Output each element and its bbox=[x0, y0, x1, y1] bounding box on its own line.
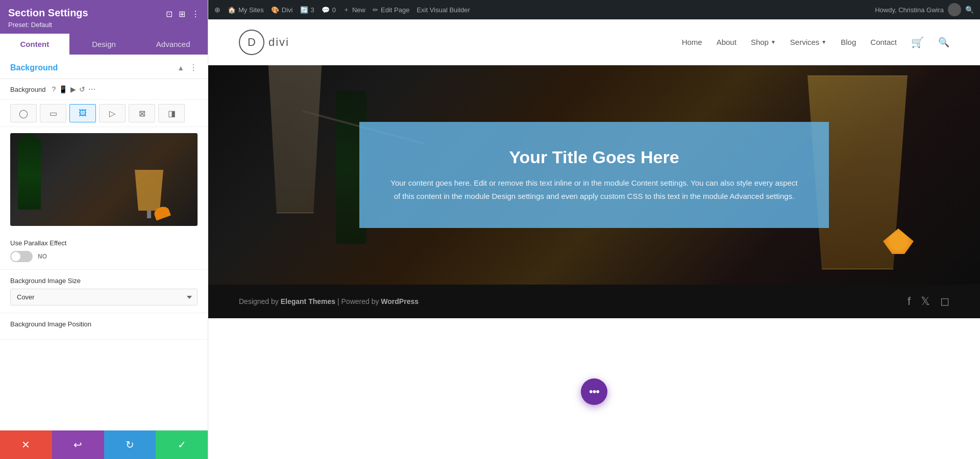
floating-action-button[interactable]: ••• bbox=[581, 378, 607, 405]
nav-shop[interactable]: Shop ▼ bbox=[751, 38, 776, 46]
background-field-label: Background bbox=[10, 86, 45, 93]
undo-icon: ↩ bbox=[74, 439, 82, 451]
fab-dots-icon: ••• bbox=[589, 385, 599, 398]
nav-search-icon[interactable]: 🔍 bbox=[938, 37, 949, 48]
hero-glass-left bbox=[249, 65, 341, 213]
more-icon[interactable]: ⋮ bbox=[191, 9, 200, 19]
wp-admin-bar: ⊕ 🏠 My Sites 🎨 Divi 🔄 3 💬 0 ＋ New ✏ Edit… bbox=[208, 0, 980, 19]
footer-social: f 𝕏 ◻ bbox=[908, 295, 949, 308]
cancel-icon: ✕ bbox=[21, 439, 30, 451]
image-position-label: Background Image Position bbox=[10, 320, 198, 328]
tab-advanced[interactable]: Advanced bbox=[138, 34, 208, 55]
preview-image bbox=[10, 133, 198, 226]
refresh-icon: 🔄 bbox=[300, 6, 308, 14]
facebook-icon[interactable]: f bbox=[908, 295, 911, 308]
image-position-field-group: Background Image Position bbox=[0, 313, 208, 340]
tab-content[interactable]: Content bbox=[0, 34, 69, 55]
preview-area: ⊕ 🏠 My Sites 🎨 Divi 🔄 3 💬 0 ＋ New ✏ Edit… bbox=[208, 0, 980, 459]
bg-type-video[interactable]: ▷ bbox=[99, 104, 126, 122]
hero-body: Your content goes here. Edit or remove t… bbox=[390, 176, 798, 202]
wordpress-link[interactable]: WordPress bbox=[381, 297, 419, 305]
exit-builder-item[interactable]: Exit Visual Builder bbox=[416, 6, 470, 14]
section-settings-panel: Section Settings Preset: Default ⊡ ⊞ ⋮ C… bbox=[0, 0, 208, 459]
collapse-icon[interactable]: ▲ bbox=[177, 64, 184, 72]
house-icon: 🏠 bbox=[228, 6, 236, 14]
panel-header-icons: ⊡ ⊞ ⋮ bbox=[166, 9, 200, 19]
expand-icon[interactable]: ⊡ bbox=[166, 9, 173, 19]
comment-icon: 💬 bbox=[322, 6, 330, 14]
site-nav: D divi Home About Shop ▼ Services ▼ bbox=[208, 19, 980, 65]
background-image-preview[interactable] bbox=[10, 133, 198, 226]
updates-item[interactable]: 🔄 3 bbox=[300, 6, 314, 14]
bg-type-color[interactable]: ▭ bbox=[40, 104, 66, 122]
comments-item[interactable]: 💬 0 bbox=[322, 6, 336, 14]
nav-blog[interactable]: Blog bbox=[841, 38, 856, 46]
plus-icon: ＋ bbox=[343, 5, 350, 14]
nav-services[interactable]: Services ▼ bbox=[790, 38, 826, 46]
parallax-value: NO bbox=[38, 253, 47, 260]
bottom-bar: ✕ ↩ ↻ ✓ bbox=[0, 430, 208, 459]
greeting-text: Howdy, Christina Gwira bbox=[875, 6, 944, 14]
bg-type-image[interactable]: 🖼 bbox=[69, 104, 96, 122]
instagram-icon[interactable]: ◻ bbox=[940, 295, 949, 308]
redo-button[interactable]: ↻ bbox=[104, 430, 156, 459]
divi-icon: 🎨 bbox=[271, 6, 279, 14]
nav-contact[interactable]: Contact bbox=[870, 38, 897, 46]
panel-body: Background ▲ ⋮ Background ? 📱 ▶ ↺ ⋯ ◯ ▭ … bbox=[0, 55, 208, 459]
more-options-icon[interactable]: ⋯ bbox=[88, 85, 95, 93]
logo-text: divi bbox=[268, 36, 289, 49]
bottle-decoration bbox=[18, 138, 41, 210]
tab-design[interactable]: Design bbox=[69, 34, 139, 55]
redo-icon: ↻ bbox=[126, 439, 134, 451]
parallax-toggle-row: NO bbox=[10, 251, 198, 262]
help-icon[interactable]: ? bbox=[52, 85, 56, 93]
background-section-title: Background bbox=[10, 63, 58, 72]
panel-preset[interactable]: Preset: Default bbox=[8, 21, 88, 29]
glass-stem bbox=[147, 211, 151, 218]
shop-chevron: ▼ bbox=[771, 39, 776, 45]
site-white-area: ••• bbox=[208, 318, 980, 420]
footer-credit: Designed by Elegant Themes | Powered by … bbox=[239, 297, 419, 305]
elegant-themes-link[interactable]: Elegant Themes bbox=[281, 297, 335, 305]
cart-icon[interactable]: 🛒 bbox=[911, 36, 924, 48]
pencil-icon: ✏ bbox=[373, 6, 378, 14]
admin-search-icon[interactable]: 🔍 bbox=[965, 6, 974, 14]
cancel-button[interactable]: ✕ bbox=[0, 430, 52, 459]
grid-icon[interactable]: ⊞ bbox=[179, 9, 185, 19]
hero-content-box[interactable]: Your Title Goes Here Your content goes h… bbox=[359, 122, 829, 228]
wp-logo-item[interactable]: ⊕ bbox=[214, 6, 220, 14]
section-header-right: ▲ ⋮ bbox=[177, 63, 198, 72]
bg-type-pattern[interactable]: ◨ bbox=[158, 104, 185, 122]
admin-bar-right: Howdy, Christina Gwira 🔍 bbox=[875, 3, 974, 16]
edit-page-item[interactable]: ✏ Edit Page bbox=[373, 6, 409, 14]
section-more-icon[interactable]: ⋮ bbox=[189, 63, 198, 72]
nav-home[interactable]: Home bbox=[682, 38, 702, 46]
nav-about[interactable]: About bbox=[717, 38, 737, 46]
wp-icon: ⊕ bbox=[214, 6, 220, 14]
confirm-button[interactable]: ✓ bbox=[156, 430, 208, 459]
parallax-field-group: Use Parallax Effect NO bbox=[0, 232, 208, 270]
device-icon[interactable]: 📱 bbox=[59, 85, 67, 93]
divi-item[interactable]: 🎨 Divi bbox=[271, 6, 293, 14]
hero-title: Your Title Goes Here bbox=[390, 147, 798, 167]
parallax-label: Use Parallax Effect bbox=[10, 239, 198, 247]
hero-section: Your Title Goes Here Your content goes h… bbox=[208, 65, 980, 285]
services-chevron: ▼ bbox=[821, 39, 826, 45]
confirm-icon: ✓ bbox=[178, 439, 186, 451]
site-footer: Designed by Elegant Themes | Powered by … bbox=[208, 285, 980, 318]
bg-type-gradient[interactable]: ⊠ bbox=[129, 104, 155, 122]
image-size-field-group: Background Image Size Cover Contain Auto… bbox=[0, 270, 208, 313]
image-size-select[interactable]: Cover Contain Auto Custom bbox=[10, 289, 198, 305]
bg-type-none[interactable]: ◯ bbox=[10, 104, 37, 122]
parallax-toggle[interactable] bbox=[10, 251, 33, 262]
twitter-icon[interactable]: 𝕏 bbox=[921, 295, 930, 308]
panel-tabs: Content Design Advanced bbox=[0, 34, 208, 55]
pointer-icon[interactable]: ▶ bbox=[70, 85, 76, 93]
site-logo[interactable]: D divi bbox=[239, 30, 289, 55]
my-sites-item[interactable]: 🏠 My Sites bbox=[228, 6, 264, 14]
user-avatar[interactable] bbox=[948, 3, 961, 16]
reset-icon[interactable]: ↺ bbox=[79, 85, 85, 93]
glass-body bbox=[131, 170, 167, 211]
new-item[interactable]: ＋ New bbox=[343, 5, 365, 14]
undo-button[interactable]: ↩ bbox=[52, 430, 104, 459]
